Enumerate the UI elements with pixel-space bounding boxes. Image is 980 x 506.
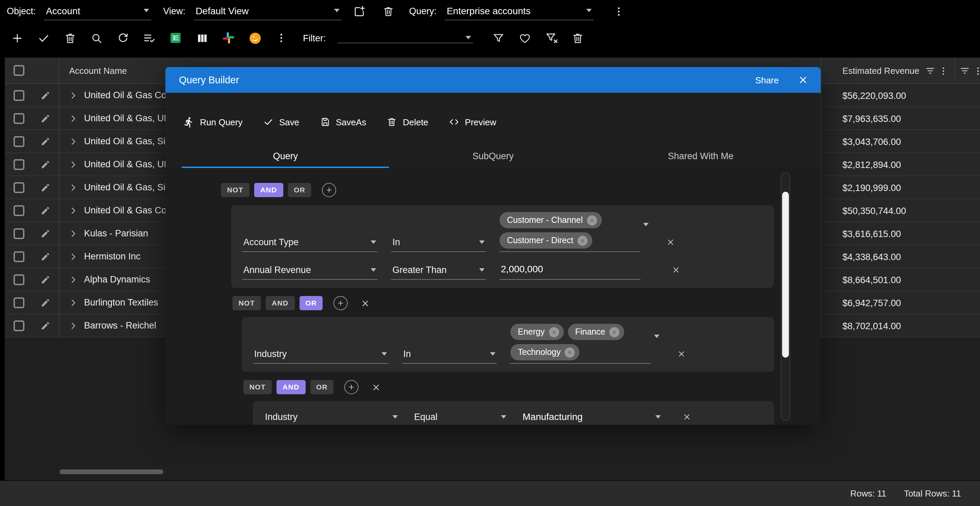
edit-row-icon[interactable] bbox=[40, 320, 51, 331]
edit-row-icon[interactable] bbox=[40, 228, 51, 239]
value-chip[interactable]: Customer - Direct bbox=[500, 232, 592, 249]
filter-select[interactable] bbox=[337, 33, 473, 43]
modal-scrollbar-thumb[interactable] bbox=[782, 192, 789, 358]
remove-condition-button[interactable] bbox=[682, 412, 691, 425]
refresh-button[interactable] bbox=[111, 26, 134, 49]
edit-row-icon[interactable] bbox=[40, 251, 51, 262]
tab-shared-with-me[interactable]: Shared With Me bbox=[597, 144, 805, 168]
edit-row-icon[interactable] bbox=[40, 297, 51, 308]
expand-row-icon[interactable] bbox=[68, 205, 79, 216]
values-multiselect[interactable]: Energy Finance Technology bbox=[510, 324, 651, 364]
delete-filter-button[interactable] bbox=[566, 26, 590, 49]
and-toggle[interactable]: AND bbox=[266, 296, 294, 310]
einstein-button[interactable] bbox=[243, 26, 266, 49]
value-chip[interactable]: Energy bbox=[510, 324, 563, 340]
chip-delete-icon[interactable] bbox=[578, 235, 588, 246]
share-button[interactable]: Share bbox=[755, 75, 779, 85]
remove-group-button[interactable] bbox=[372, 382, 381, 392]
expand-row-icon[interactable] bbox=[68, 297, 79, 308]
expand-row-icon[interactable] bbox=[68, 182, 79, 193]
apply-filter-button[interactable] bbox=[487, 26, 510, 49]
field-select[interactable]: Industry bbox=[253, 346, 388, 364]
and-toggle[interactable]: AND bbox=[254, 183, 283, 197]
expand-row-icon[interactable] bbox=[68, 113, 79, 124]
remove-condition-button[interactable] bbox=[677, 349, 686, 364]
field-select[interactable]: Industry bbox=[264, 408, 399, 425]
clear-filter-button[interactable] bbox=[540, 26, 563, 49]
value-chip[interactable]: Customer - Channel bbox=[500, 212, 602, 228]
expand-row-icon[interactable] bbox=[68, 320, 79, 331]
row-checkbox[interactable] bbox=[14, 251, 24, 262]
save-as-button[interactable]: SaveAs bbox=[320, 116, 366, 127]
column-header-account-name[interactable]: Account Name bbox=[69, 65, 127, 76]
remove-condition-button[interactable] bbox=[671, 265, 681, 280]
row-checkbox[interactable] bbox=[14, 159, 24, 170]
field-select[interactable]: Account Type bbox=[242, 234, 377, 252]
delete-query-button[interactable]: Delete bbox=[387, 116, 428, 127]
modal-scrollbar-track[interactable] bbox=[781, 172, 790, 420]
tab-subquery[interactable]: SubQuery bbox=[389, 144, 597, 168]
column-filter-icon[interactable] bbox=[923, 59, 937, 82]
chip-delete-icon[interactable] bbox=[549, 327, 559, 337]
not-toggle[interactable]: NOT bbox=[232, 296, 261, 310]
not-toggle[interactable]: NOT bbox=[221, 183, 250, 197]
operator-select[interactable]: Greater Than bbox=[391, 262, 486, 280]
operator-select[interactable]: In bbox=[391, 234, 486, 252]
edit-row-icon[interactable] bbox=[40, 159, 51, 170]
operator-select[interactable]: In bbox=[402, 346, 497, 364]
edit-row-icon[interactable] bbox=[40, 205, 51, 216]
chip-delete-icon[interactable] bbox=[587, 215, 597, 225]
column-header-estimated-revenue[interactable]: Estimated Revenue bbox=[821, 57, 980, 84]
close-icon[interactable] bbox=[798, 75, 808, 86]
operator-select[interactable]: Equal bbox=[413, 408, 508, 425]
run-query-button[interactable]: Run Query bbox=[183, 116, 243, 128]
value-chip[interactable]: Finance bbox=[568, 324, 624, 340]
tab-query[interactable]: Query bbox=[181, 144, 389, 168]
edit-row-icon[interactable] bbox=[40, 182, 51, 193]
expand-row-icon[interactable] bbox=[68, 136, 79, 147]
expand-row-icon[interactable] bbox=[68, 274, 79, 285]
chevron-down-icon[interactable] bbox=[643, 226, 649, 238]
value-input[interactable]: 2,000,000 bbox=[500, 260, 640, 280]
view-select[interactable]: Default View bbox=[194, 2, 341, 20]
column-menu-icon[interactable] bbox=[937, 59, 950, 82]
row-checkbox[interactable] bbox=[14, 136, 24, 147]
row-checkbox[interactable] bbox=[14, 113, 24, 124]
dialog-header[interactable]: Query Builder Share bbox=[165, 67, 821, 93]
columns-button[interactable] bbox=[191, 26, 213, 49]
or-toggle[interactable]: OR bbox=[299, 296, 323, 310]
field-select[interactable]: Annual Revenue bbox=[242, 262, 377, 280]
or-toggle[interactable]: OR bbox=[310, 380, 334, 394]
row-checkbox[interactable] bbox=[14, 182, 24, 193]
row-checkbox[interactable] bbox=[14, 320, 24, 331]
or-toggle[interactable]: OR bbox=[288, 183, 312, 197]
row-checkbox[interactable] bbox=[14, 274, 24, 285]
delete-rows-button[interactable] bbox=[58, 26, 81, 49]
add-condition-button[interactable] bbox=[334, 296, 348, 310]
next-column-filter-icon[interactable] bbox=[958, 59, 971, 82]
more-options-button[interactable] bbox=[609, 1, 629, 21]
multi-select-button[interactable] bbox=[138, 26, 161, 49]
expand-row-icon[interactable] bbox=[68, 90, 79, 101]
slack-button[interactable] bbox=[217, 26, 240, 49]
favorite-button[interactable] bbox=[514, 26, 537, 49]
remove-group-button[interactable] bbox=[361, 298, 371, 308]
chip-delete-icon[interactable] bbox=[565, 347, 575, 357]
expand-row-icon[interactable] bbox=[68, 251, 79, 262]
chevron-down-icon[interactable] bbox=[654, 338, 659, 350]
values-multiselect[interactable]: Customer - Channel Customer - Direct bbox=[500, 212, 640, 252]
search-button[interactable] bbox=[85, 26, 108, 49]
query-select[interactable]: Enterprise accounts bbox=[445, 2, 594, 20]
row-checkbox[interactable] bbox=[14, 228, 24, 239]
preview-button[interactable]: Preview bbox=[449, 116, 496, 127]
row-checkbox[interactable] bbox=[14, 205, 24, 216]
horizontal-scrollbar[interactable] bbox=[60, 470, 163, 474]
not-toggle[interactable]: NOT bbox=[243, 380, 272, 394]
add-row-button[interactable] bbox=[5, 26, 29, 49]
save-button[interactable]: Save bbox=[263, 116, 299, 127]
object-select[interactable]: Account bbox=[44, 2, 151, 20]
export-sheet-button[interactable] bbox=[164, 26, 187, 49]
row-checkbox[interactable] bbox=[14, 297, 24, 308]
next-column-menu-icon[interactable] bbox=[971, 59, 980, 82]
edit-row-icon[interactable] bbox=[40, 274, 51, 285]
